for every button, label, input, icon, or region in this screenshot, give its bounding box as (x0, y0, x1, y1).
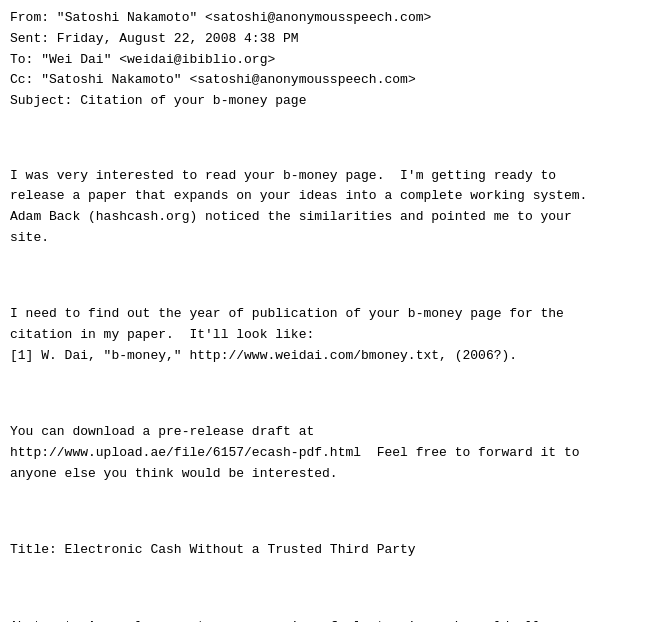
from-value: "Satoshi Nakamoto" <satoshi@anonymousspe… (57, 10, 431, 25)
sent-value: Friday, August 22, 2008 4:38 PM (57, 31, 299, 46)
email-container: From: "Satoshi Nakamoto" <satoshi@anonym… (10, 8, 652, 622)
cc-label: Cc: (10, 72, 33, 87)
subject-value: Citation of your b-money page (80, 93, 306, 108)
from-label: From: (10, 10, 49, 25)
cc-value: "Satoshi Nakamoto" <satoshi@anonymousspe… (41, 72, 415, 87)
to-label: To: (10, 52, 33, 67)
sent-line: Sent: Friday, August 22, 2008 4:38 PM (10, 29, 652, 50)
subject-label: Subject: (10, 93, 72, 108)
email-header: From: "Satoshi Nakamoto" <satoshi@anonym… (10, 8, 652, 112)
body-paragraph-4: Title: Electronic Cash Without a Trusted… (10, 540, 652, 561)
body-paragraph-1: I was very interested to read your b-mon… (10, 166, 652, 249)
to-value: "Wei Dai" <weidai@ibiblio.org> (41, 52, 275, 67)
from-line: From: "Satoshi Nakamoto" <satoshi@anonym… (10, 8, 652, 29)
body-paragraph-3: You can download a pre-release draft at … (10, 422, 652, 484)
cc-line: Cc: "Satoshi Nakamoto" <satoshi@anonymou… (10, 70, 652, 91)
to-line: To: "Wei Dai" <weidai@ibiblio.org> (10, 50, 652, 71)
subject-line: Subject: Citation of your b-money page (10, 91, 652, 112)
body-paragraph-2: I need to find out the year of publicati… (10, 304, 652, 366)
email-body: I was very interested to read your b-mon… (10, 124, 652, 622)
sent-label: Sent: (10, 31, 49, 46)
body-paragraph-5: Abstract: A purely peer-to-peer version … (10, 617, 652, 622)
